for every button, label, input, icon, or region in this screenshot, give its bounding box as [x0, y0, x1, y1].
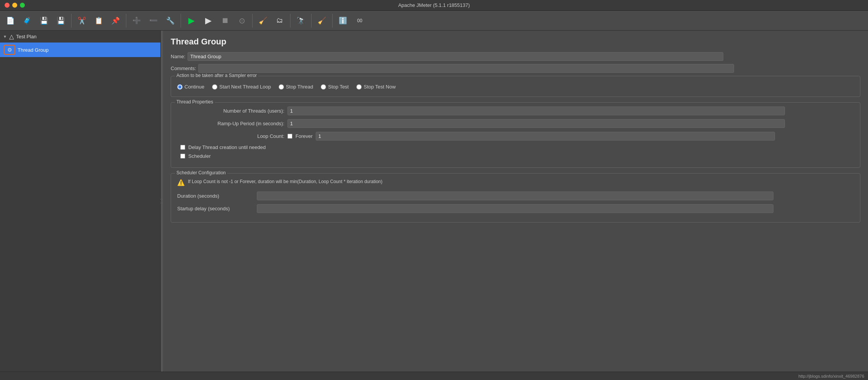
startup-delay-input[interactable] — [257, 204, 773, 213]
paste-button[interactable]: 📌 — [108, 13, 124, 28]
stop-button[interactable]: ⏹ — [217, 13, 233, 28]
warning-text: If Loop Count is not -1 or Forever, dura… — [188, 179, 382, 184]
radio-stop-test[interactable]: Stop Test — [321, 84, 349, 90]
toolbar: 📄 🧳 💾 💾 ✂️ 📋 📌 ➕ ➖ 🔧 ▶ ▶ ⏹ ⊙ 🧹 🗂 🔭 🧹 ℹ️ … — [0, 11, 868, 31]
maximize-button[interactable] — [20, 3, 25, 8]
radio-stop-thread[interactable]: Stop Thread — [279, 84, 313, 90]
sep-3 — [181, 14, 181, 28]
delay-thread-row: Delay Thread creation until needed — [177, 144, 854, 150]
name-label: Name: — [171, 54, 185, 59]
startup-delay-label: Startup delay (seconds) — [177, 206, 254, 211]
comments-label: Comments: — [171, 66, 196, 71]
status-url: http://jblogs.sdinfo/xinxit_46982876 — [798, 374, 864, 378]
sidebar-item-test-plan[interactable]: ▼ △ Test Plan — [0, 31, 160, 43]
thread-properties-section: Thread Properties Number of Threads (use… — [171, 102, 860, 168]
expand-button[interactable]: ➕ — [129, 13, 145, 28]
num-threads-label: Number of Threads (users): — [177, 108, 284, 114]
duration-label: Duration (seconds) — [177, 193, 254, 199]
loop-count-input[interactable] — [316, 132, 775, 141]
test-plan-icon: △ — [9, 33, 14, 40]
minimize-button[interactable] — [12, 3, 17, 8]
radio-group-action: Continue Start Next Thread Loop Stop Thr… — [177, 80, 854, 91]
collapse-button[interactable]: ➖ — [145, 13, 162, 28]
forever-checkbox[interactable] — [287, 134, 292, 139]
radio-stop-thread-label: Stop Thread — [286, 84, 313, 90]
forever-label: Forever — [295, 133, 313, 139]
startup-delay-row: Startup delay (seconds) — [177, 204, 854, 213]
scheduler-config-section: Scheduler Configuration ⚠️ If Loop Count… — [171, 173, 860, 223]
sep-4 — [252, 14, 253, 28]
search-button[interactable]: 🔭 — [293, 13, 309, 28]
duration-row: Duration (seconds) — [177, 192, 854, 200]
radio-start-next-input[interactable] — [212, 84, 217, 90]
scheduler-label: Scheduler — [188, 153, 211, 159]
radio-stop-test-now-label: Stop Test Now — [364, 84, 396, 90]
scheduler-config-title: Scheduler Configuration — [175, 170, 227, 175]
help-button[interactable]: ℹ️ — [335, 13, 351, 28]
page-title: Thread Group — [171, 37, 860, 47]
warning-icon: ⚠️ — [177, 179, 185, 186]
ramp-up-label: Ramp-Up Period (in seconds): — [177, 121, 284, 126]
copy-button[interactable]: 📋 — [91, 13, 107, 28]
scheduler-checkbox[interactable] — [180, 154, 185, 159]
radio-start-next-thread-loop[interactable]: Start Next Thread Loop — [212, 84, 271, 90]
thread-group-outline: ⚙ — [4, 45, 15, 55]
close-button[interactable] — [5, 3, 10, 8]
run-no-pause-button[interactable]: ▶ — [200, 13, 216, 28]
sidebar: ▼ △ Test Plan ⚙ Thread Group — [0, 31, 161, 372]
radio-continue-input[interactable] — [177, 84, 183, 90]
radio-stop-thread-input[interactable] — [279, 84, 284, 90]
radio-stop-test-now-input[interactable] — [356, 84, 362, 90]
radio-continue[interactable]: Continue — [177, 84, 204, 90]
num-threads-input[interactable] — [287, 106, 785, 115]
loop-count-row: Loop Count: Forever — [177, 132, 854, 141]
ramp-up-row: Ramp-Up Period (in seconds): — [177, 119, 854, 128]
sidebar-item-thread-group[interactable]: ⚙ Thread Group — [0, 43, 160, 57]
radio-start-next-label: Start Next Thread Loop — [219, 84, 271, 90]
name-input[interactable] — [188, 52, 723, 61]
sampler-error-title: Action to be taken after a Sampler error — [175, 73, 258, 78]
content-area: Thread Group Name: Comments: Action to b… — [163, 31, 868, 372]
open-button[interactable]: 🧳 — [19, 13, 35, 28]
new-button[interactable]: 📄 — [2, 13, 18, 28]
run-button[interactable]: ▶ — [183, 13, 199, 28]
sep-1 — [71, 14, 72, 28]
radio-stop-test-label: Stop Test — [328, 84, 349, 90]
reset-button[interactable]: 🧹 — [314, 13, 330, 28]
warning-row: ⚠️ If Loop Count is not -1 or Forever, d… — [177, 177, 854, 188]
thread-properties-title: Thread Properties — [175, 99, 215, 105]
window-title: Apache JMeter (5.1.1 r1855137) — [398, 2, 470, 8]
sampler-error-section: Action to be taken after a Sampler error… — [171, 76, 860, 97]
clear-all-button[interactable]: 🗂 — [272, 13, 288, 28]
radio-continue-label: Continue — [184, 84, 204, 90]
toggle-button[interactable]: 🔧 — [162, 13, 178, 28]
remote-label[interactable]: 00 — [352, 13, 368, 28]
sep-2 — [126, 14, 126, 28]
comments-row: Comments: — [171, 64, 860, 73]
sep-7 — [332, 14, 333, 28]
num-threads-row: Number of Threads (users): — [177, 106, 854, 115]
tree-expand-icon: ▼ — [3, 34, 7, 39]
title-bar: Apache JMeter (5.1.1 r1855137) — [0, 0, 868, 11]
radio-stop-test-now[interactable]: Stop Test Now — [356, 84, 396, 90]
thread-group-label: Thread Group — [18, 47, 49, 53]
sep-6 — [311, 14, 312, 28]
delay-thread-checkbox[interactable] — [180, 145, 185, 150]
scheduler-row: Scheduler — [177, 153, 854, 159]
radio-stop-test-input[interactable] — [321, 84, 326, 90]
delay-thread-label: Delay Thread creation until needed — [188, 144, 266, 150]
window-controls — [5, 3, 25, 8]
comments-input[interactable] — [198, 64, 734, 73]
thread-group-icon: ⚙ — [6, 46, 13, 54]
save-button[interactable]: 💾 — [53, 13, 69, 28]
ramp-up-input[interactable] — [287, 119, 785, 128]
loop-count-label: Loop Count: — [177, 133, 284, 139]
save-plan-button[interactable]: 💾 — [36, 13, 52, 28]
status-bar: http://jblogs.sdinfo/xinxit_46982876 — [0, 372, 868, 380]
cut-button[interactable]: ✂️ — [74, 13, 90, 28]
test-plan-label: Test Plan — [16, 34, 36, 39]
duration-input[interactable] — [257, 192, 773, 200]
main-layout: ▼ △ Test Plan ⚙ Thread Group ⋮⋮ Thread G… — [0, 31, 868, 372]
shutdown-button[interactable]: ⊙ — [234, 13, 250, 28]
clear-button[interactable]: 🧹 — [255, 13, 271, 28]
